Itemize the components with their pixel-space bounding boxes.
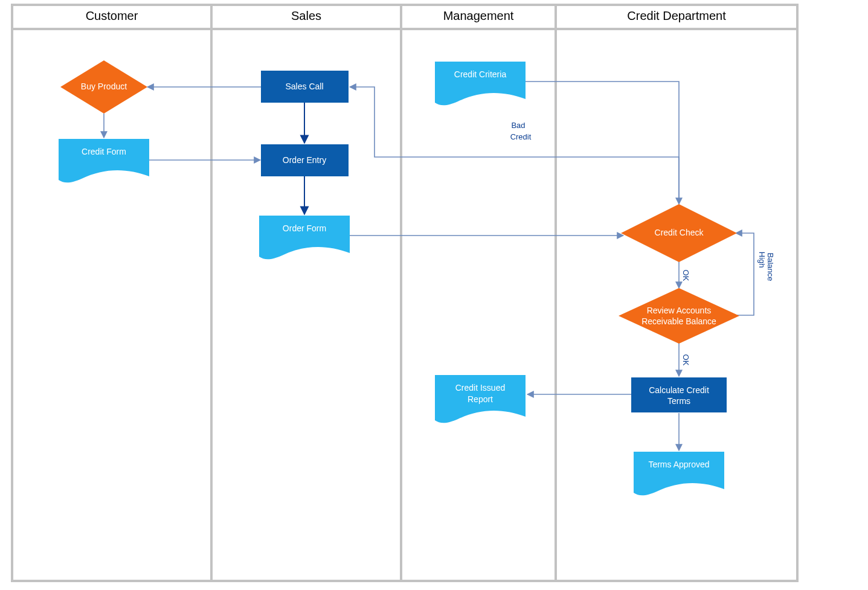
label-bad-credit-l1: Bad <box>511 121 525 130</box>
label-calc-credit-terms-l2: Terms <box>667 396 690 406</box>
lane-header-credit-dept: Credit Department <box>627 9 726 22</box>
node-sales-call: Sales Call <box>261 71 349 103</box>
label-high-balance-l2: Balance <box>766 253 775 281</box>
label-credit-criteria: Credit Criteria <box>454 69 507 79</box>
node-credit-check: Credit Check <box>621 204 737 262</box>
edge-reviewar-to-creditcheck <box>736 233 754 315</box>
label-calc-credit-terms-l1: Calculate Credit <box>649 385 709 395</box>
label-credit-check: Credit Check <box>655 228 704 237</box>
label-ok-2: OK <box>681 354 690 366</box>
node-review-ar: Review Accounts Receivable Balance <box>619 288 739 344</box>
label-high-balance-l1: High <box>757 252 767 268</box>
label-credit-form: Credit Form <box>82 147 126 156</box>
label-buy-product: Buy Product <box>81 82 127 91</box>
node-order-entry: Order Entry <box>261 144 349 176</box>
label-credit-issued-report-l1: Credit Issued <box>455 383 505 393</box>
label-credit-issued-report-l2: Report <box>468 394 493 404</box>
label-ok-1: OK <box>681 270 690 281</box>
lane-header-sales: Sales <box>291 9 321 22</box>
lane-header-customer: Customer <box>86 9 138 22</box>
node-order-form: Order Form <box>259 216 350 259</box>
node-terms-approved: Terms Approved <box>634 452 724 495</box>
node-buy-product: Buy Product <box>60 60 147 114</box>
label-order-form: Order Form <box>283 223 326 233</box>
node-calc-credit-terms: Calculate Credit Terms <box>631 377 727 412</box>
label-review-ar-l1: Review Accounts <box>647 306 712 315</box>
node-credit-criteria: Credit Criteria <box>435 62 526 105</box>
label-order-entry: Order Entry <box>283 155 326 165</box>
label-bad-credit-l2: Credit <box>510 132 532 141</box>
edge-creditcheck-to-salescall <box>350 87 679 204</box>
lane-header-management: Management <box>443 9 514 22</box>
swimlane-diagram: Customer Sales Management Credit Departm… <box>0 0 868 590</box>
edge-creditcriteria-to-creditcheck <box>526 82 679 204</box>
node-credit-form: Credit Form <box>59 139 149 182</box>
svg-rect-10 <box>631 377 727 412</box>
label-review-ar-l2: Receivable Balance <box>641 316 716 326</box>
node-credit-issued-report: Credit Issued Report <box>435 375 526 423</box>
label-terms-approved: Terms Approved <box>648 460 709 469</box>
label-sales-call: Sales Call <box>285 82 323 91</box>
